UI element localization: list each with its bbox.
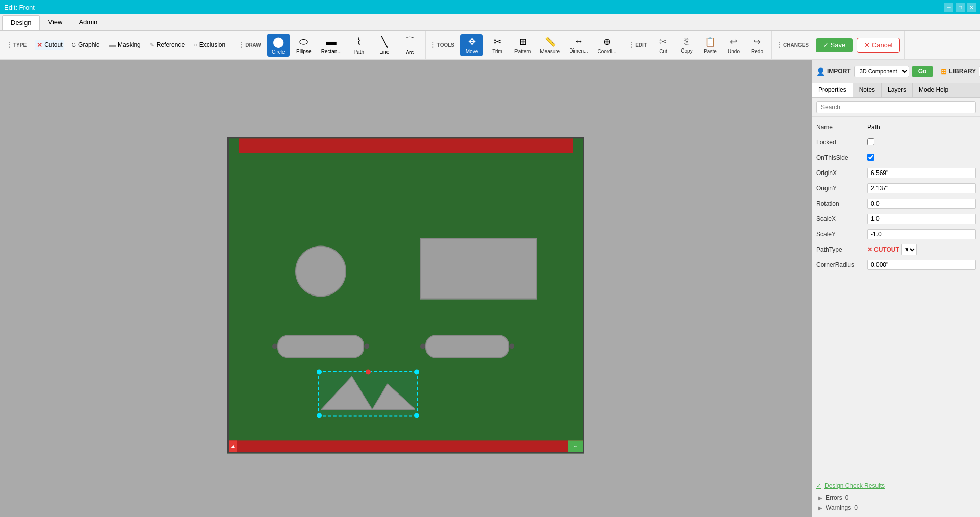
tab-notes[interactable]: Notes [853,83,882,97]
tool-pattern[interactable]: ⊞ Pattern [511,34,534,56]
window-controls: ─ □ ✕ [944,3,976,12]
rectangle-icon: ▬ [326,36,337,47]
tab-layers[interactable]: Layers [882,83,913,97]
type-section: ⋮ TYPE ✕ Cutout G Graphic ▬ Masking ✎ Re… [0,31,234,59]
type-masking[interactable]: ▬ Masking [107,40,143,50]
design-check-header[interactable]: ✓ Design Check Results [816,482,976,489]
path-svg [321,374,415,413]
rotation-input[interactable] [867,199,976,209]
pathtype-wrapper: ✕ CUTOUT ▼ [867,244,976,255]
scaley-input[interactable] [867,229,976,239]
path-handle[interactable] [317,413,322,418]
onthisside-checkbox[interactable] [867,154,874,161]
search-input[interactable] [816,101,976,113]
rounded-rect-left[interactable] [277,335,364,358]
arc-label: Arc [406,50,414,55]
cutout-x-icon: ✕ [867,246,872,253]
tool-coordinate[interactable]: ⊕ Coordi... [594,34,620,56]
type-graphic[interactable]: G Graphic [69,40,101,50]
prop-scaley-label: ScaleY [816,231,867,238]
tool-trim[interactable]: ✂ Trim [486,34,508,56]
tool-move[interactable]: ✥ Move [460,34,483,56]
path-handle[interactable] [414,369,419,374]
tool-dimension[interactable]: ↔ Dimen... [566,34,591,56]
prop-locked-label: Locked [816,139,867,146]
selected-path[interactable] [318,371,418,416]
library-label: ⊞ LIBRARY [941,67,976,76]
arc-icon: ⌒ [405,35,415,48]
paste-label: Paste [704,48,717,54]
warnings-triangle-icon: ▶ [818,505,822,511]
canvas-area[interactable]: ▲ ← [0,60,812,517]
menu-tab-admin[interactable]: Admin [70,15,106,29]
type-reference[interactable]: ✎ Reference [148,40,187,50]
errors-item[interactable]: ▶ Errors 0 [816,493,976,503]
check-ok-icon: ✓ [816,482,821,489]
close-button[interactable]: ✕ [967,3,976,12]
prop-originy-row: OriginY [816,182,976,194]
draw-tool-circle[interactable]: ⬤ Circle [267,34,290,57]
draw-tool-arc[interactable]: ⌒ Arc [399,33,421,57]
edit-cut[interactable]: ✂ Cut [653,34,674,56]
type-exclusion[interactable]: ○ Exclusion [192,40,227,50]
dots-icon: ⋮ [6,41,12,48]
warnings-item[interactable]: ▶ Warnings 0 [816,503,976,513]
import-label: 👤 IMPORT [816,67,851,76]
draw-tool-rectangle[interactable]: ▬ Rectan... [318,34,345,56]
type-cutout[interactable]: ✕ Cutout [35,40,64,50]
edit-copy[interactable]: ⎘ Copy [677,34,697,56]
tab-mode-help[interactable]: Mode Help [913,83,955,97]
prop-scaley-row: ScaleY [816,228,976,240]
locked-checkbox[interactable] [867,138,874,145]
prop-originy-label: OriginY [816,185,867,192]
circle-cutout[interactable] [295,245,346,297]
draw-tool-line[interactable]: ╲ Line [373,34,396,57]
tool-measure[interactable]: 📏 Measure [537,34,563,56]
right-panel: 👤 IMPORT 3D Component Go ⊞ LIBRARY Cutou… [812,60,980,517]
menu-tab-view[interactable]: View [40,15,70,29]
originy-input[interactable] [867,183,976,193]
edit-undo[interactable]: ↩ Undo [724,34,744,56]
changes-section: ⋮ CHANGES ✓ Save ✕ Cancel [772,31,905,59]
trim-label: Trim [492,48,502,54]
import-select[interactable]: 3D Component [854,66,909,77]
minimize-button[interactable]: ─ [944,3,953,12]
redo-icon: ↪ [753,36,761,47]
prop-originx-value[interactable] [867,168,976,178]
circle-label: Circle [272,49,285,55]
import-section: 👤 IMPORT 3D Component Go [816,66,933,77]
import-icon: 👤 [816,67,825,76]
paste-icon: 📋 [705,36,716,47]
save-button[interactable]: ✓ Save [816,38,853,52]
reference-icon: ✎ [150,42,154,48]
import-go-button[interactable]: Go [912,66,933,77]
originx-input[interactable] [867,168,976,178]
main-layout: ▲ ← 👤 IMPORT 3D Component Go ⊞ [0,60,980,517]
menu-tab-design[interactable]: Design [2,15,40,30]
pathtype-select[interactable]: ▼ [901,244,917,255]
board: ▲ ← [227,137,584,453]
undo-label: Undo [728,48,740,54]
path-handle[interactable] [414,413,419,418]
draw-tool-ellipse[interactable]: ⬭ Ellipse [293,34,315,56]
ellipse-label: Ellipse [296,48,311,54]
type-section-label: ⋮ TYPE [6,41,27,48]
edit-paste[interactable]: 📋 Paste [700,34,720,56]
maximize-button[interactable]: □ [956,3,965,12]
draw-tool-path[interactable]: ⌇ Path [348,34,370,57]
design-check: ✓ Design Check Results ▶ Errors 0 ▶ Warn… [812,478,980,517]
prop-originx-row: OriginX [816,167,976,179]
toolbar-area: ⋮ TYPE ✕ Cutout G Graphic ▬ Masking ✎ Re… [0,31,980,60]
rectangle-cutout-large[interactable] [420,238,537,299]
edit-redo[interactable]: ↪ Redo [747,34,767,56]
copy-icon: ⎘ [684,36,689,47]
path-label: Path [353,49,364,55]
cancel-button[interactable]: ✕ Cancel [857,38,900,53]
cornerradius-input[interactable] [867,260,976,270]
edit-section: ⋮ EDIT ✂ Cut ⎘ Copy 📋 Paste ↩ Undo ↪ Red… [624,31,772,59]
tab-properties[interactable]: Properties [812,83,853,97]
rounded-rect-right[interactable] [425,335,509,358]
cutout-badge: ✕ CUTOUT [867,246,899,253]
prop-cornerradius-row: CornerRadius [816,259,976,271]
scalex-input[interactable] [867,214,976,224]
